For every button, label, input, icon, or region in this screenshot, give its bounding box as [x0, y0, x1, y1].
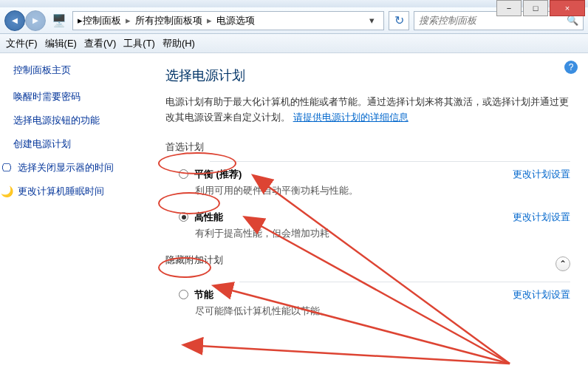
- radio-high-performance[interactable]: [179, 212, 188, 222]
- sidebar-home-link[interactable]: 控制面板主页: [13, 64, 146, 77]
- close-button[interactable]: ×: [550, 0, 585, 16]
- sidebar-sleep-label: 更改计算机睡眠时间: [18, 185, 104, 198]
- help-icon[interactable]: ?: [564, 61, 578, 74]
- plan-power-saver-label: 节能: [194, 288, 213, 302]
- radio-power-saver[interactable]: [179, 290, 188, 299]
- page-title: 选择电源计划: [165, 67, 570, 84]
- plan-balanced-label: 平衡 (推荐): [194, 168, 242, 181]
- sidebar-display-label: 选择关闭显示器的时间: [18, 161, 114, 174]
- sidebar-display-off[interactable]: 🖵 选择关闭显示器的时间: [0, 161, 146, 174]
- menu-edit[interactable]: 编辑(E): [45, 37, 77, 50]
- crumb-sep: ▸: [126, 15, 131, 26]
- menu-file[interactable]: 文件(F): [6, 37, 38, 50]
- crumb-control-panel[interactable]: 控制面板: [83, 14, 121, 27]
- page-description: 电源计划有助于最大化计算机的性能或者节能。通过选择计划来将其激活，或选择计划并通…: [165, 95, 570, 126]
- plan-high-performance-desc: 有利于提高性能，但会增加功耗: [195, 227, 570, 240]
- preferred-plans-heading: 首选计划: [165, 140, 570, 154]
- crumb-all-items[interactable]: 所有控制面板项: [135, 14, 202, 27]
- collapse-button[interactable]: ⌃: [555, 256, 570, 271]
- change-plan-high-performance[interactable]: 更改计划设置: [513, 211, 570, 224]
- display-icon: 🖵: [0, 161, 13, 174]
- breadcrumb[interactable]: ▸ 控制面板 ▸ 所有控制面板项 ▸ 电源选项 ▾: [72, 11, 384, 30]
- change-plan-power-saver[interactable]: 更改计划设置: [513, 288, 570, 302]
- sidebar-create-plan[interactable]: 创建电源计划: [13, 137, 146, 151]
- menu-tools[interactable]: 工具(T): [123, 37, 155, 50]
- plan-high-performance-label: 高性能: [194, 211, 223, 224]
- crumb-power-options[interactable]: 电源选项: [216, 14, 255, 27]
- change-plan-balanced[interactable]: 更改计划设置: [513, 168, 570, 181]
- explorer-icon: 🖥️: [50, 12, 68, 30]
- sidebar-power-button[interactable]: 选择电源按钮的功能: [13, 114, 146, 127]
- sidebar-sleep-time[interactable]: 🌙 更改计算机睡眠时间: [0, 185, 146, 198]
- search-icon[interactable]: 🔍: [567, 15, 578, 26]
- forward-button[interactable]: ►: [25, 10, 46, 31]
- refresh-button[interactable]: ↻: [389, 11, 409, 30]
- sleep-icon: 🌙: [0, 185, 13, 198]
- maximize-button[interactable]: □: [523, 0, 548, 16]
- crumb-sep: ▸: [78, 15, 83, 26]
- detail-link[interactable]: 请提供电源计划的详细信息: [293, 112, 408, 123]
- radio-balanced[interactable]: [179, 169, 188, 179]
- hidden-plans-heading: 隐藏附加计划: [165, 253, 223, 267]
- sidebar-require-password[interactable]: 唤醒时需要密码: [13, 90, 146, 103]
- menu-view[interactable]: 查看(V): [84, 37, 116, 50]
- crumb-sep: ▸: [207, 15, 212, 26]
- svg-line-4: [199, 346, 510, 364]
- minimize-button[interactable]: −: [496, 0, 522, 16]
- search-input[interactable]: [419, 15, 564, 26]
- menu-help[interactable]: 帮助(H): [163, 37, 195, 50]
- plan-balanced-desc: 利用可用的硬件自动平衡功耗与性能。: [195, 184, 570, 197]
- breadcrumb-dropdown[interactable]: ▾: [365, 15, 379, 26]
- back-button[interactable]: ◄: [4, 10, 25, 31]
- plan-power-saver-desc: 尽可能降低计算机性能以节能。: [195, 304, 570, 318]
